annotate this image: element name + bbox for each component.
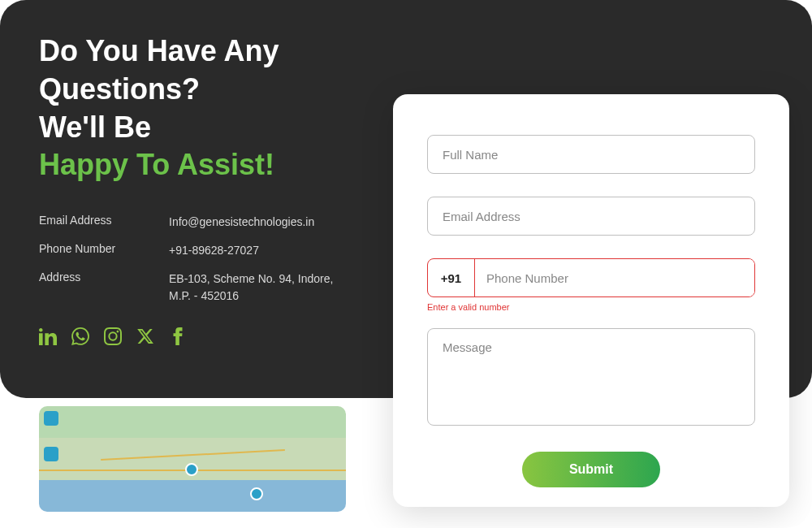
heading: Do You Have Any Questions? We'll Be Happ… [39,32,380,184]
heading-line3: Happy To Assist! [39,146,380,184]
phone-prefix[interactable]: +91 [428,259,475,296]
email-label: Email Address [39,214,169,231]
phone-input[interactable] [475,259,754,296]
x-twitter-icon[interactable] [136,327,154,348]
map-preview[interactable] [39,406,346,512]
address-value: EB-103, Scheme No. 94, Indore, M.P. - 45… [169,270,348,305]
heading-line2: We'll Be [39,109,380,147]
instagram-icon[interactable] [104,327,122,348]
address-label: Address [39,270,169,305]
email-value: Info@genesistechnologies.in [169,214,314,231]
linkedin-icon[interactable] [39,327,57,348]
submit-button[interactable]: Submit [522,452,660,487]
phone-value: +91-89628-27027 [169,242,259,259]
phone-label: Phone Number [39,242,169,259]
email-input[interactable] [427,197,755,236]
contact-form: +91 Enter a valid number Submit [393,94,789,507]
phone-error: Enter a valid number [427,302,755,312]
facebook-icon[interactable] [169,327,187,348]
heading-line1: Do You Have Any Questions? [39,32,380,109]
message-textarea[interactable] [427,328,755,426]
whatsapp-icon[interactable] [71,327,89,348]
fullname-input[interactable] [427,135,755,174]
